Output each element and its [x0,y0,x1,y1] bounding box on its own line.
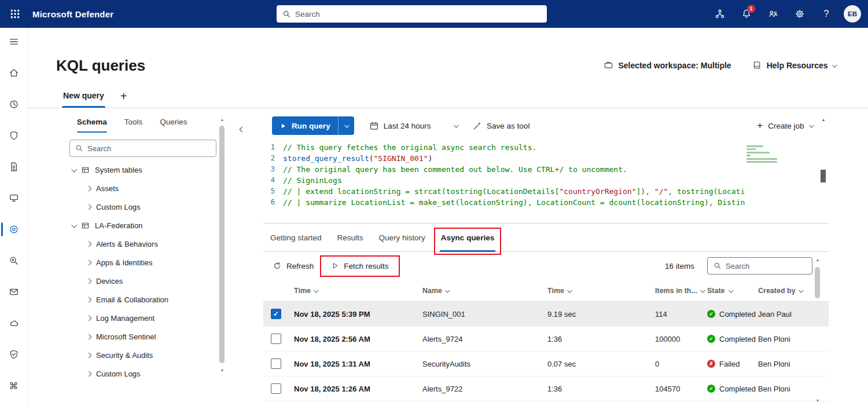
column-header-label: Time [547,287,564,295]
results-tab-getting-started[interactable]: Getting started [270,224,322,251]
notifications-icon[interactable]: 1 [735,2,758,25]
code-line[interactable]: 1// This query fetches the original asyn… [263,142,829,153]
column-header-name[interactable]: Name [422,287,547,295]
scroll-thumb[interactable] [219,126,225,363]
scroll-up-icon[interactable]: ▲ [219,118,225,122]
column-header-state[interactable]: State [707,287,758,295]
nav-menu-icon[interactable] [0,36,28,47]
code-line[interactable]: 4// SigninLogs [263,175,829,186]
email-icon[interactable] [0,286,28,298]
code-line[interactable]: 3// The original query has been commente… [263,164,829,175]
compliance-shield-icon[interactable] [0,349,28,360]
column-header-time[interactable]: Time [547,287,655,295]
help-icon[interactable]: ? [815,2,838,25]
global-search[interactable] [277,5,547,23]
tree-item-apps-identities[interactable]: Apps & Identities [56,253,230,272]
editor-scrollbar[interactable]: ▲ [819,118,827,216]
row-checkbox[interactable] [271,383,281,394]
chevron-right-icon [86,241,92,247]
tree-item-alerts-behaviors[interactable]: Alerts & Behaviors [56,235,230,253]
results-tab-label: Results [337,233,363,242]
scroll-down-icon[interactable]: ▼ [219,368,225,372]
results-search-input[interactable] [726,262,806,270]
devices-icon[interactable] [0,192,28,204]
table-row[interactable]: Nov 18, 2025 2:56 AMAlerts_97241:3610000… [263,327,829,352]
workspace-selector[interactable]: Selected workspace: Multiple [604,60,731,70]
line-number: 2 [263,153,283,164]
cloud-icon[interactable] [0,317,28,329]
tree-item-log-management[interactable]: Log Management [56,309,230,327]
avatar[interactable]: EB [844,5,861,23]
results-tab-results[interactable]: Results [337,224,363,251]
exposure-management-icon[interactable] [0,224,28,235]
tree-item-email-collaboration[interactable]: Email & Collaboration [56,290,230,309]
schema-tab-schema[interactable]: Schema [77,118,107,133]
tree-item-microsoft-sentinel[interactable]: Microsoft Sentinel [56,327,230,346]
code-line[interactable]: 2stored_query_result("SIGNIN_001") [263,153,829,164]
scroll-down-icon[interactable]: ▼ [815,398,821,403]
run-query-dropdown[interactable] [339,116,354,135]
settings-icon[interactable] [788,2,811,25]
tab-new-query[interactable]: New query [62,91,105,108]
table-row[interactable]: Nov 18, 2025 5:39 PMSINGIN_0019.19 sec11… [263,302,829,327]
column-header-label: Created by [758,287,796,295]
tree-item-custom-logs[interactable]: Custom Logs [56,364,230,383]
tree-item-la-federation[interactable]: LA-Federation [56,216,230,235]
cell-items-count: 114 [655,310,707,319]
tree-item-security-audits[interactable]: Security & Audits [56,346,230,364]
line-number: 6 [263,197,283,208]
tree-item-custom-logs[interactable]: Custom Logs [56,197,230,216]
add-query-tab-button[interactable]: + [120,90,127,108]
security-shield-icon[interactable] [0,130,28,141]
create-job-button[interactable]: + Create job [757,121,812,130]
history-icon[interactable] [0,98,28,110]
table-scrollbar[interactable]: ▲ ▼ [815,258,821,403]
app-launcher-icon[interactable] [2,0,28,28]
column-header-items-in-th[interactable]: Items in th... [655,287,707,295]
collapse-panel-button[interactable] [235,122,249,136]
scroll-up-icon[interactable]: ▲ [819,118,827,122]
save-as-tool-button[interactable]: Save as tool [472,121,529,131]
run-query-button[interactable]: Run query [272,116,354,135]
tree-item-devices[interactable]: Devices [56,272,230,290]
report-icon[interactable] [0,161,28,173]
schema-tab-queries[interactable]: Queries [160,118,187,133]
partner-catalog-icon[interactable]: ⌘ [0,380,28,392]
tree-item-label: Alerts & Behaviors [96,240,158,248]
column-header-time[interactable]: Time [294,287,422,295]
fetch-results-button[interactable]: Fetch results [325,258,394,275]
row-checkbox-cell [263,359,294,369]
results-search[interactable] [707,257,812,275]
help-resources[interactable]: Help Resources [752,60,836,70]
tree-item-assets[interactable]: Assets [56,179,230,197]
refresh-button[interactable]: Refresh [267,257,319,275]
code-line[interactable]: 5// | extend locationString = strcat(tos… [263,186,829,197]
results-tab-query-history[interactable]: Query history [379,224,425,251]
hunting-icon[interactable] [0,255,28,266]
schema-search[interactable] [69,140,216,157]
tree-item-system-tables[interactable]: System tables [56,160,230,179]
schema-search-input[interactable] [87,144,211,153]
row-checkbox[interactable] [271,359,281,369]
run-query-main[interactable]: Run query [272,116,339,135]
results-tab-async-queries[interactable]: Async queries [441,224,494,251]
scroll-thumb[interactable] [821,170,826,182]
status-label: Failed [719,360,740,368]
row-checkbox[interactable] [271,309,281,319]
row-checkbox[interactable] [271,334,281,344]
schema-scrollbar[interactable]: ▲ ▼ [219,118,225,372]
schema-tab-tools[interactable]: Tools [124,118,143,133]
table-row[interactable]: Nov 18, 2025 1:26 AMAlerts_97221:3610457… [263,376,829,401]
time-range-dropdown[interactable]: Last 24 hours [369,121,457,131]
community-icon[interactable] [708,2,731,25]
code-editor[interactable]: 1// This query fetches the original asyn… [263,142,829,223]
home-icon[interactable] [0,67,28,79]
minimap[interactable] [746,144,811,164]
scroll-up-icon[interactable]: ▲ [815,258,821,262]
search-icon [713,262,722,270]
feedback-icon[interactable] [762,2,785,25]
code-line[interactable]: 6// | summarize LocationList = make_set(… [263,197,829,208]
scroll-thumb[interactable] [815,267,820,298]
global-search-input[interactable] [295,10,541,19]
table-row[interactable]: Nov 18, 2025 1:31 AMSecurityAudits0.07 s… [263,352,829,376]
